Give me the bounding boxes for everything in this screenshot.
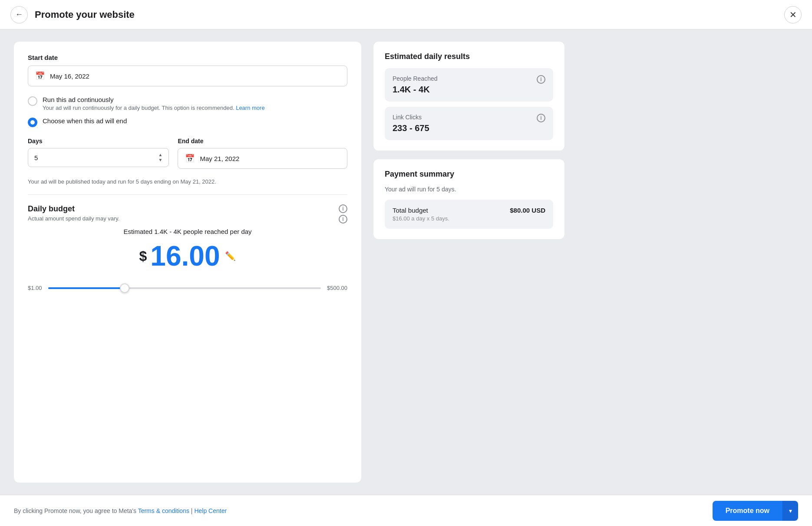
budget-header: Daily budget Actual amount spend daily m… bbox=[28, 204, 347, 224]
payment-summary-title: Payment summary bbox=[385, 170, 553, 179]
budget-amount: 16.00 bbox=[150, 242, 220, 270]
stepper-up[interactable]: ▲ bbox=[158, 153, 163, 157]
back-icon: ← bbox=[15, 10, 23, 19]
start-date-label: Start date bbox=[28, 54, 347, 61]
budget-info-icons: i i bbox=[339, 204, 347, 224]
estimated-results-title: Estimated daily results bbox=[385, 52, 553, 61]
end-date-value: May 21, 2022 bbox=[200, 155, 239, 162]
help-center-link[interactable]: Help Center bbox=[194, 507, 227, 514]
payment-summary-card: Payment summary Your ad will run for 5 d… bbox=[373, 159, 564, 239]
run-continuously-content: Run this ad continuously Your ad will ru… bbox=[43, 96, 265, 111]
end-date-column: End date 📅 May 21, 2022 bbox=[178, 138, 347, 169]
run-continuously-option[interactable]: Run this ad continuously Your ad will ru… bbox=[28, 96, 347, 111]
promote-dropdown-button[interactable]: ▾ bbox=[782, 501, 798, 521]
footer: By clicking Promote now, you agree to Me… bbox=[0, 495, 812, 526]
budget-info-icon-1[interactable]: i bbox=[339, 204, 347, 213]
run-continuously-label: Run this ad continuously bbox=[43, 96, 265, 103]
reach-text: Estimated 1.4K - 4K people reached per d… bbox=[28, 228, 347, 235]
start-date-input[interactable]: 📅 May 16, 2022 bbox=[28, 66, 347, 86]
calendar-icon: 📅 bbox=[35, 71, 45, 81]
people-reached-info-icon[interactable]: i bbox=[537, 75, 545, 84]
stepper-down[interactable]: ▼ bbox=[158, 158, 163, 162]
terms-link[interactable]: Terms & conditions bbox=[138, 507, 189, 514]
people-reached-content: People Reached 1.4K - 4K bbox=[393, 75, 438, 95]
link-clicks-content: Link Clicks 233 - 675 bbox=[393, 114, 429, 133]
slider-max-label: $500.00 bbox=[327, 285, 347, 291]
estimated-results-card: Estimated daily results People Reached 1… bbox=[373, 42, 564, 151]
slider-thumb[interactable] bbox=[120, 283, 129, 293]
budget-title-area: Daily budget Actual amount spend daily m… bbox=[28, 204, 119, 222]
link-clicks-box: Link Clicks 233 - 675 i bbox=[385, 107, 553, 140]
budget-subtitle: Actual amount spend daily may vary. bbox=[28, 215, 119, 222]
back-button[interactable]: ← bbox=[10, 6, 28, 23]
days-value: 5 bbox=[34, 154, 38, 161]
run-continuously-desc: Your ad will run continuously for a dail… bbox=[43, 105, 265, 111]
dropdown-chevron: ▾ bbox=[789, 507, 792, 514]
budget-title: Daily budget bbox=[28, 204, 119, 214]
publish-info: Your ad will be published today and run … bbox=[28, 178, 347, 185]
end-date-input[interactable]: 📅 May 21, 2022 bbox=[178, 148, 347, 169]
budget-center: Estimated 1.4K - 4K people reached per d… bbox=[28, 224, 347, 274]
footer-cta: Promote now ▾ bbox=[713, 501, 798, 521]
payment-row: Total budget $16.00 a day x 5 days. $80.… bbox=[385, 200, 553, 229]
section-divider bbox=[28, 194, 347, 195]
days-column: Days 5 ▲ ▼ bbox=[28, 138, 169, 169]
link-clicks-label: Link Clicks bbox=[393, 114, 429, 121]
total-budget-sublabel: $16.00 a day x 5 days. bbox=[393, 215, 449, 222]
total-budget-label: Total budget bbox=[393, 207, 449, 214]
people-reached-label: People Reached bbox=[393, 75, 438, 82]
days-enddate-row: Days 5 ▲ ▼ End date 📅 May 21, 2022 bbox=[28, 138, 347, 169]
right-panel: Estimated daily results People Reached 1… bbox=[373, 42, 564, 483]
payment-label-area: Total budget $16.00 a day x 5 days. bbox=[393, 207, 449, 222]
main-content: Start date 📅 May 16, 2022 Run this ad co… bbox=[0, 30, 812, 495]
total-budget-amount: $80.00 USD bbox=[510, 207, 545, 214]
currency-symbol: $ bbox=[139, 248, 147, 264]
choose-end-content: Choose when this ad will end bbox=[43, 117, 127, 125]
choose-end-label: Choose when this ad will end bbox=[43, 117, 127, 125]
end-calendar-icon: 📅 bbox=[185, 154, 195, 163]
start-date-value: May 16, 2022 bbox=[50, 72, 89, 80]
days-field-label: Days bbox=[28, 138, 169, 145]
start-date-section: Start date 📅 May 16, 2022 bbox=[28, 54, 347, 86]
slider-fill bbox=[48, 287, 125, 289]
close-icon: ✕ bbox=[789, 10, 797, 20]
budget-slider[interactable] bbox=[48, 287, 321, 289]
days-stepper[interactable]: 5 ▲ ▼ bbox=[28, 148, 169, 167]
run-continuously-radio[interactable] bbox=[28, 96, 37, 106]
budget-slider-row: $1.00 $500.00 bbox=[28, 285, 347, 291]
link-clicks-info-icon[interactable]: i bbox=[537, 114, 545, 122]
page-title: Promote your website bbox=[35, 9, 135, 20]
learn-more-link[interactable]: Learn more bbox=[236, 105, 264, 111]
people-reached-box: People Reached 1.4K - 4K i bbox=[385, 68, 553, 102]
slider-min-label: $1.00 bbox=[28, 285, 42, 291]
payment-desc: Your ad will run for 5 days. bbox=[385, 186, 553, 193]
choose-end-option[interactable]: Choose when this ad will end bbox=[28, 117, 347, 127]
header-left: ← Promote your website bbox=[10, 6, 135, 23]
people-reached-value: 1.4K - 4K bbox=[393, 85, 438, 95]
end-date-field-label: End date bbox=[178, 138, 347, 145]
daily-budget-section: Daily budget Actual amount spend daily m… bbox=[28, 204, 347, 291]
close-button[interactable]: ✕ bbox=[784, 6, 802, 23]
footer-legal-text: By clicking Promote now, you agree to Me… bbox=[14, 507, 227, 514]
promote-now-button[interactable]: Promote now bbox=[713, 501, 782, 521]
budget-info-icon-2[interactable]: i bbox=[339, 215, 347, 224]
budget-amount-row: $ 16.00 ✏️ bbox=[28, 242, 347, 270]
duration-options: Run this ad continuously Your ad will ru… bbox=[28, 96, 347, 169]
link-clicks-value: 233 - 675 bbox=[393, 123, 429, 133]
header: ← Promote your website ✕ bbox=[0, 0, 812, 30]
stepper-arrows[interactable]: ▲ ▼ bbox=[158, 153, 163, 162]
edit-budget-icon[interactable]: ✏️ bbox=[225, 251, 236, 261]
choose-end-radio[interactable] bbox=[28, 118, 37, 127]
left-panel: Start date 📅 May 16, 2022 Run this ad co… bbox=[14, 42, 361, 483]
